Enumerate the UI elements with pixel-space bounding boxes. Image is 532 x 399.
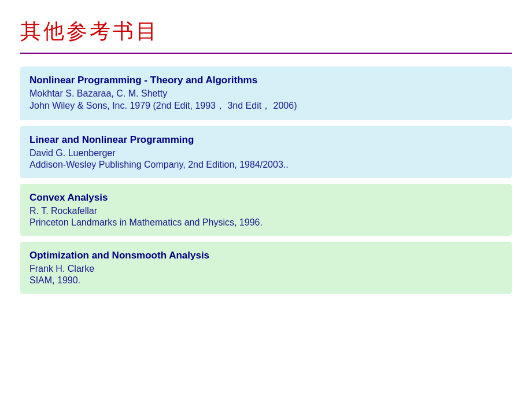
page-container: 其他参考书目 Nonlinear Programming - Theory an…: [0, 0, 532, 399]
book-author-1: Mokhtar S. Bazaraa, C. M. Shetty: [29, 88, 503, 99]
books-list: Nonlinear Programming - Theory and Algor…: [20, 66, 512, 294]
book-publisher-3: Princeton Landmarks in Mathematics and P…: [29, 217, 503, 228]
page-title: 其他参考书目: [20, 17, 512, 46]
book-publisher-4: SIAM, 1990.: [29, 275, 503, 286]
book-publisher-2: Addison-Wesley Publishing Company, 2nd E…: [29, 160, 503, 170]
book-author-3: R. T. Rockafellar: [29, 206, 503, 216]
book-author-4: Frank H. Clarke: [29, 264, 503, 274]
book-title-3: Convex Analysis: [29, 192, 503, 204]
book-card-2: Linear and Nonlinear ProgrammingDavid G.…: [20, 126, 512, 178]
book-card-1: Nonlinear Programming - Theory and Algor…: [20, 66, 512, 120]
book-title-1: Nonlinear Programming - Theory and Algor…: [29, 75, 503, 86]
book-author-2: David G. Luenberger: [29, 148, 503, 158]
book-title-4: Optimization and Nonsmooth Analysis: [29, 250, 503, 261]
book-card-3: Convex AnalysisR. T. RockafellarPrinceto…: [20, 184, 512, 236]
title-divider: [20, 53, 512, 54]
book-title-2: Linear and Nonlinear Programming: [29, 134, 503, 146]
book-publisher-1: John Wiley & Sons, Inc. 1979 (2nd Edit, …: [29, 100, 503, 112]
book-card-4: Optimization and Nonsmooth AnalysisFrank…: [20, 242, 512, 294]
